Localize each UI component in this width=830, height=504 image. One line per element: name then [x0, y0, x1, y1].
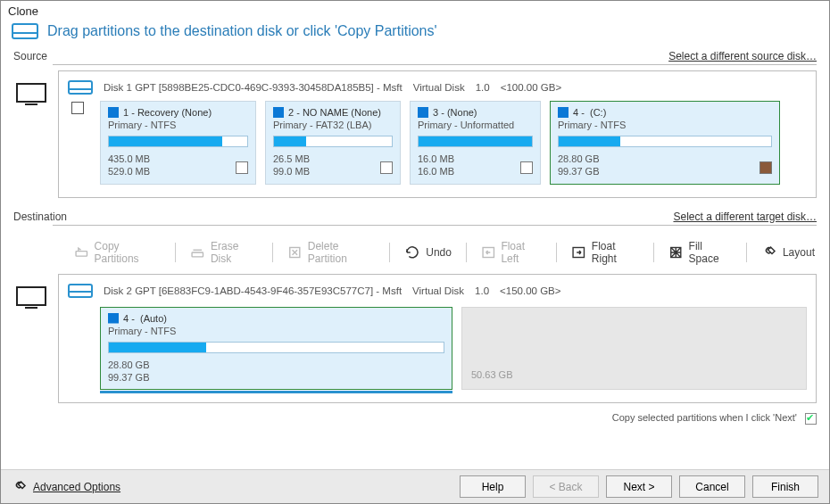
windows-icon — [558, 107, 569, 118]
partition-subtype: Primary - NTFS — [108, 120, 248, 130]
dest-disk-rev: 1.0 — [475, 285, 489, 296]
copy-note-checkbox[interactable] — [805, 413, 817, 425]
dest-free-space[interactable]: 50.63 GB — [461, 307, 807, 391]
advanced-options[interactable]: Advanced Options — [12, 479, 120, 495]
back-button[interactable]: < Back — [533, 475, 599, 498]
disk-icon — [68, 80, 93, 95]
float-left-label: Float Left — [501, 240, 542, 265]
source-partition-3[interactable]: 3 - (None) Primary - Unformatted 16.0 MB… — [410, 101, 541, 185]
disk-icon — [12, 23, 38, 39]
instruction-text: Drag partitions to the destination disk … — [47, 23, 437, 39]
fill-space-button[interactable]: Fill Space — [665, 236, 735, 269]
advanced-options-label: Advanced Options — [33, 481, 120, 493]
partition-subtype: Primary - Unformatted — [418, 120, 533, 130]
float-left-button[interactable]: Float Left — [477, 236, 545, 269]
finish-button[interactable]: Finish — [752, 475, 818, 498]
partition-checkbox[interactable] — [520, 161, 533, 174]
source-partition-1[interactable]: 1 - Recovery (None) Primary - NTFS 435.0… — [100, 101, 256, 185]
dest-disk-name: Disk 2 GPT [6E883FC9-1ABD-4543-9F46-357E… — [104, 285, 402, 296]
source-disk-label: Disk 1 GPT [5898BE25-CDC0-469C-9393-3045… — [68, 80, 807, 95]
instruction-row: Drag partitions to the destination disk … — [1, 20, 829, 46]
dest-disk-type: Virtual Disk — [412, 285, 464, 296]
source-label: Source — [13, 50, 47, 62]
usage-bar — [108, 136, 248, 147]
source-area: Disk 1 GPT [5898BE25-CDC0-469C-9393-3045… — [1, 70, 829, 203]
usage-bar — [418, 136, 533, 147]
usage-bar — [558, 136, 772, 147]
usage-bar — [108, 342, 444, 353]
free-space-size: 50.63 GB — [471, 369, 512, 380]
destination-area: Disk 2 GPT [6E883FC9-1ABD-4543-9F46-357E… — [1, 274, 829, 409]
clone-wizard-window: Clone Drag partitions to the destination… — [0, 0, 830, 504]
dest-disk-box: Disk 2 GPT [6E883FC9-1ABD-4543-9F46-357E… — [58, 274, 817, 404]
monitor-icon — [16, 286, 46, 306]
svg-rect-1 — [192, 252, 203, 257]
partition-checkbox[interactable] — [380, 161, 393, 174]
dest-disk-label: Disk 2 GPT [6E883FC9-1ABD-4543-9F46-357E… — [68, 284, 807, 298]
source-disk-box: Disk 1 GPT [5898BE25-CDC0-469C-9393-3045… — [58, 70, 817, 198]
windows-icon — [273, 107, 284, 118]
source-partition-4[interactable]: 4 - (C:) Primary - NTFS 28.80 GB99.37 GB — [550, 101, 780, 185]
erase-disk-button[interactable]: Erase Disk — [187, 236, 261, 269]
destination-label: Destination — [13, 211, 67, 223]
source-header: Source Select a different source disk… — [1, 48, 829, 64]
partition-checkbox[interactable] — [236, 161, 248, 174]
copy-partitions-label: Copy Partitions — [95, 240, 162, 265]
undo-button[interactable]: Undo — [401, 241, 455, 264]
layout-button[interactable]: Layout — [758, 241, 818, 264]
partition-subtype: Primary - FAT32 (LBA) — [273, 120, 393, 130]
svg-rect-0 — [76, 251, 87, 256]
footer-bar: Advanced Options Help < Back Next > Canc… — [1, 469, 829, 503]
source-partition-2[interactable]: 2 - NO NAME (None) Primary - FAT32 (LBA)… — [265, 101, 401, 185]
undo-label: Undo — [426, 246, 452, 259]
partition-checkbox[interactable] — [759, 161, 772, 174]
float-right-label: Float Right — [592, 240, 639, 265]
dest-partition-4[interactable]: 4 - (Auto) Primary - NTFS 28.80 GB99.37 … — [100, 307, 452, 391]
fill-space-label: Fill Space — [689, 240, 732, 265]
partition-subtype: Primary - NTFS — [558, 120, 772, 130]
help-button[interactable]: Help — [460, 475, 526, 498]
windows-icon — [108, 107, 119, 118]
partition-subtype: Primary - NTFS — [108, 326, 444, 336]
monitor-icon — [16, 83, 46, 103]
float-right-button[interactable]: Float Right — [568, 236, 643, 269]
usage-bar — [273, 136, 393, 147]
select-target-disk-link[interactable]: Select a different target disk… — [673, 211, 817, 223]
destination-header: Destination Select a different target di… — [1, 209, 829, 225]
windows-icon — [418, 107, 428, 118]
select-source-disk-link[interactable]: Select a different source disk… — [668, 50, 817, 62]
copy-note-label: Copy selected partitions when I click 'N… — [612, 412, 797, 423]
source-partitions: 1 - Recovery (None) Primary - NTFS 435.0… — [100, 101, 807, 185]
layout-label: Layout — [783, 246, 815, 259]
delete-partition-label: Delete Partition — [308, 240, 376, 265]
windows-icon — [108, 313, 119, 324]
wrench-icon — [12, 479, 28, 495]
delete-partition-button[interactable]: Delete Partition — [284, 236, 378, 269]
source-disk-checkbox[interactable] — [71, 102, 84, 114]
source-disk-name: Disk 1 GPT [5898BE25-CDC0-469C-9393-3045… — [104, 82, 403, 93]
erase-disk-label: Erase Disk — [211, 240, 258, 265]
source-disk-size: <100.00 GB> — [501, 82, 561, 93]
dest-toolbar: Copy Partitions Erase Disk Delete Partit… — [1, 231, 829, 274]
dest-disk-size: <150.00 GB> — [500, 285, 560, 296]
source-disk-rev: 1.0 — [476, 82, 490, 93]
dest-partitions: 4 - (Auto) Primary - NTFS 28.80 GB99.37 … — [100, 307, 807, 391]
source-disk-type: Virtual Disk — [413, 82, 465, 93]
window-title: Clone — [1, 1, 829, 20]
copy-partitions-button[interactable]: Copy Partitions — [71, 236, 164, 269]
disk-icon — [68, 284, 93, 298]
cancel-button[interactable]: Cancel — [679, 475, 745, 498]
next-button[interactable]: Next > — [606, 475, 672, 498]
copy-note-row: Copy selected partitions when I click 'N… — [1, 409, 829, 426]
